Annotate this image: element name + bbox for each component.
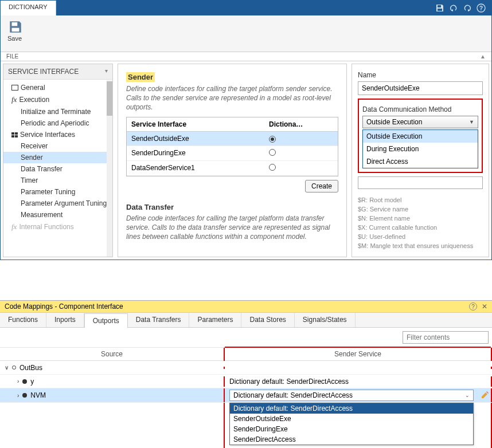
method-label: Data Communication Method — [362, 103, 478, 116]
name-label: Name — [358, 69, 483, 81]
service-row[interactable]: SenderDuringExe — [127, 146, 338, 161]
grid-row[interactable]: ∨OutBus — [0, 361, 492, 375]
sidebar-item-timer[interactable]: Timer — [3, 175, 112, 186]
naming-legend: $R: Root model$G: Service name$N: Elemen… — [358, 196, 483, 251]
method-combo[interactable]: Outside Execution ▼ — [362, 116, 478, 128]
method-dropdown-list: Outside ExecutionDuring ExecutionDirect … — [362, 129, 478, 168]
legend-line: $M: Mangle text that ensures uniqueness — [358, 242, 483, 251]
svg-rect-4 — [12, 22, 18, 26]
sidebar-item-execution[interactable]: fxExecution — [3, 93, 112, 106]
sidebar-item-measurement[interactable]: Measurement — [3, 209, 112, 221]
sender-option[interactable]: SenderDuringExe — [230, 424, 473, 434]
sidebar-item-label: Sender — [21, 154, 43, 162]
legend-line: $U: User-defined — [358, 233, 483, 242]
tab-inports[interactable]: Inports — [46, 313, 84, 327]
data-transfer-desc: Define code interfaces for calling the t… — [126, 214, 338, 242]
sidebar-item-parameter-tuning[interactable]: Parameter Tuning — [3, 186, 112, 198]
grid-row[interactable]: ›NVMDictionary default: SenderDirectAcce… — [0, 388, 492, 403]
sidebar-item-internal-functions[interactable]: fxInternal Functions — [3, 221, 112, 233]
svg-rect-0 — [438, 5, 441, 7]
sidebar-item-sender[interactable]: Sender — [3, 152, 112, 163]
grid-row[interactable]: ›yDictionary default: SenderDirectAccess — [0, 375, 492, 388]
expand-icon[interactable]: ∨ — [5, 364, 9, 371]
tab-signals-states[interactable]: Signals/States — [295, 313, 356, 327]
svg-rect-1 — [438, 9, 442, 11]
tab-functions[interactable]: Functions — [0, 313, 46, 327]
row-label: OutBus — [19, 364, 42, 372]
chevron-down-icon: ▼ — [469, 119, 474, 125]
radio-button[interactable] — [269, 136, 276, 143]
sidebar-item-periodic-and-aperiodic[interactable]: Periodic and Aperiodic — [3, 117, 112, 129]
panel-title: SERVICE INTERFACE — [8, 68, 79, 76]
sidebar-item-label: Internal Functions — [19, 223, 73, 231]
service-name: SenderOutsideExe — [127, 132, 264, 146]
sidebar-item-label: Service Interfaces — [20, 131, 75, 139]
close-icon[interactable]: ✕ — [482, 302, 487, 311]
sidebar-item-label: Parameter Tuning — [21, 188, 75, 196]
sidebar-item-receiver[interactable]: Receiver — [3, 140, 112, 152]
scrollbar[interactable] — [107, 80, 112, 257]
sidebar-item-label: Measurement — [21, 211, 63, 219]
sidebar-item-general[interactable]: General — [3, 82, 112, 93]
method-option[interactable]: Outside Execution — [363, 130, 478, 143]
sidebar-item-label: Execution — [19, 96, 49, 104]
tab-parameters[interactable]: Parameters — [189, 313, 241, 327]
name-func-field[interactable] — [358, 176, 483, 189]
redo-icon[interactable] — [463, 3, 472, 13]
sidebar-item-label: General — [21, 84, 45, 92]
undo-icon[interactable] — [449, 3, 458, 13]
method-option[interactable]: During Execution — [363, 143, 478, 155]
collapse-ribbon-icon[interactable]: ▲ — [480, 53, 486, 60]
service-table: Service Interface Dictiona… SenderOutsid… — [126, 117, 338, 176]
sender-desc: Define code interfaces for calling the t… — [126, 84, 338, 112]
sender-combo[interactable]: Dictionary default: SenderDirectAccess⌄ — [229, 390, 474, 401]
help-icon[interactable]: ? — [477, 3, 486, 13]
tab-outports[interactable]: Outports — [84, 313, 128, 328]
save-button[interactable] — [7, 19, 24, 35]
method-option[interactable]: Direct Access — [363, 155, 478, 168]
radio-button[interactable] — [269, 149, 276, 156]
service-interface-panel: SERVICE INTERFACE ▴ GeneralfxExecutionIn… — [3, 64, 113, 257]
file-section-label: FILE — [6, 53, 18, 60]
legend-line: $G: Service name — [358, 205, 483, 214]
sender-option[interactable]: SenderOutsideExe — [230, 414, 473, 424]
create-button[interactable]: Create — [305, 180, 338, 192]
tab-dictionary[interactable]: DICTIONARY — [1, 1, 56, 15]
port-icon — [22, 393, 27, 398]
expand-icon[interactable]: › — [17, 378, 19, 384]
sidebar-item-data-transfer[interactable]: Data Transfer — [3, 163, 112, 175]
panel-menu-icon[interactable]: ▴ — [105, 69, 108, 75]
edit-icon[interactable] — [481, 390, 490, 399]
tab-data-transfers[interactable]: Data Transfers — [128, 313, 190, 327]
filter-input[interactable] — [403, 331, 489, 344]
sender-dropdown-list: Dictionary default: SenderDirectAccessSe… — [229, 403, 474, 445]
expand-icon[interactable]: › — [17, 392, 19, 399]
col-sender-service: Sender Service — [225, 348, 491, 360]
col-source: Source — [0, 348, 224, 360]
sidebar-item-label: Parameter Argument Tuning — [21, 199, 107, 207]
service-name: DataSenderService1 — [127, 161, 264, 175]
col-service-interface: Service Interface — [127, 117, 264, 131]
sidebar-item-label: Data Transfer — [21, 165, 63, 173]
save-icon[interactable] — [435, 3, 444, 13]
sender-option[interactable]: SenderDirectAccess — [230, 434, 473, 445]
name-field[interactable] — [358, 81, 483, 95]
tabs-row: FunctionsInportsOutportsData TransfersPa… — [0, 313, 492, 328]
sidebar-item-initialize-and-terminate[interactable]: Initialize and Terminate — [3, 106, 112, 117]
titlebar: DICTIONARY ? — [1, 1, 491, 15]
service-row[interactable]: DataSenderService1 — [127, 161, 338, 176]
sidebar-item-service-interfaces[interactable]: Service Interfaces — [3, 129, 112, 140]
code-mappings-title: Code Mappings - Component Interface — [5, 302, 123, 311]
radio-button[interactable] — [269, 164, 276, 171]
sender-option[interactable]: Dictionary default: SenderDirectAccess — [230, 403, 473, 414]
chevron-down-icon: ⌄ — [465, 392, 470, 398]
svg-text:?: ? — [479, 5, 483, 11]
sidebar-item-parameter-argument-tuning[interactable]: Parameter Argument Tuning — [3, 198, 112, 209]
sidebar-item-label: Receiver — [21, 142, 48, 150]
tab-data-stores[interactable]: Data Stores — [241, 313, 294, 327]
service-name: SenderDuringExe — [127, 146, 264, 160]
service-row[interactable]: SenderOutsideExe — [127, 132, 338, 146]
fx-icon: fx — [11, 222, 17, 231]
row-label: y — [30, 378, 34, 386]
help-icon[interactable]: ? — [469, 302, 477, 311]
